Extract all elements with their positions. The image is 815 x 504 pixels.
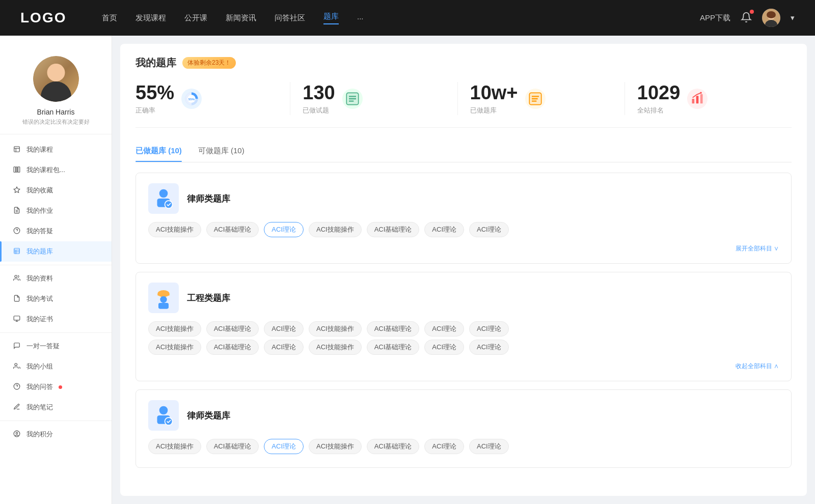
- stat-questions-done: 130 已做试题: [290, 82, 457, 115]
- bank-card-1-tags: ACI技能操作 ACI基础理论 ACI理论 ACI技能操作 ACI基础理论 AC…: [148, 222, 779, 240]
- user-name: Brian Harris: [37, 108, 75, 116]
- my-questions-icon: [12, 383, 21, 391]
- sidebar-item-my-questions[interactable]: 我的问答: [0, 377, 112, 397]
- nav-open-course[interactable]: 公开课: [184, 13, 207, 23]
- nav-more[interactable]: ···: [357, 14, 364, 22]
- svg-point-42: [700, 92, 702, 94]
- bank-card-3-header: 律师类题库: [148, 400, 779, 431]
- tag-2-1[interactable]: ACI基础理论: [206, 321, 259, 337]
- stat-site-rank-value: 1029: [637, 82, 681, 104]
- tag-2-5[interactable]: ACI理论: [424, 321, 464, 337]
- svg-rect-7: [18, 166, 20, 172]
- sidebar-item-my-qa[interactable]: 我的答疑: [0, 221, 112, 241]
- sidebar-item-my-exam[interactable]: 我的考试: [0, 289, 112, 309]
- tag-1-0[interactable]: ACI技能操作: [148, 222, 201, 237]
- svg-point-48: [160, 296, 167, 303]
- bank-card-1-header: 律师类题库: [148, 183, 779, 214]
- tag-1-6[interactable]: ACI理论: [469, 222, 509, 237]
- lawyer-icon-2: [148, 400, 179, 431]
- tag-3-3[interactable]: ACI技能操作: [309, 439, 362, 454]
- stat-questions-done-value: 130: [303, 82, 335, 104]
- notification-bell[interactable]: [741, 12, 752, 24]
- stat-questions-done-label: 已做试题: [303, 106, 335, 115]
- tag-2-13[interactable]: ACI理论: [469, 340, 509, 355]
- tag-2-6[interactable]: ACI理论: [469, 321, 509, 337]
- nav-news[interactable]: 新闻资讯: [226, 13, 256, 23]
- sidebar-item-question-bank[interactable]: 我的题库: [0, 241, 112, 262]
- sidebar-item-one-on-one[interactable]: 一对一答疑: [0, 336, 112, 356]
- app-download-btn[interactable]: APP下载: [700, 13, 730, 23]
- svg-point-17: [15, 275, 17, 277]
- sidebar-item-my-courses[interactable]: 我的课程: [0, 139, 112, 160]
- nav-question-bank[interactable]: 题库: [323, 12, 339, 24]
- nav-discover[interactable]: 发现课程: [135, 13, 166, 23]
- svg-point-46: [157, 290, 169, 297]
- homework-icon: [12, 207, 21, 215]
- sidebar-item-homework[interactable]: 我的作业: [0, 201, 112, 221]
- stat-correct-rate-value: 55%: [135, 82, 174, 104]
- sidebar-item-my-data[interactable]: 我的资料: [0, 268, 112, 289]
- tag-2-8[interactable]: ACI基础理论: [206, 340, 259, 355]
- my-courses-label: 我的课程: [26, 145, 53, 154]
- sidebar-divider-2: [0, 332, 112, 333]
- my-exam-label: 我的考试: [26, 294, 53, 303]
- svg-rect-13: [14, 248, 20, 254]
- sidebar-menu: 我的课程 我的课程包... 我的收藏 我的作业: [0, 139, 112, 444]
- tag-2-2[interactable]: ACI理论: [264, 321, 304, 337]
- tag-2-7[interactable]: ACI技能操作: [148, 340, 201, 355]
- tag-3-0[interactable]: ACI技能操作: [148, 439, 201, 454]
- tag-3-4[interactable]: ACI基础理论: [367, 439, 420, 454]
- stat-banks-done: 10w+ 已做题库: [458, 82, 625, 115]
- certificate-label: 我的证书: [26, 315, 53, 324]
- sidebar-divider-1: [0, 265, 112, 265]
- nav-home[interactable]: 首页: [102, 13, 117, 23]
- stat-banks-done-label: 已做题库: [470, 106, 518, 115]
- user-avatar-nav[interactable]: [762, 9, 780, 27]
- tag-1-1[interactable]: ACI基础理论: [206, 222, 259, 237]
- tag-1-3[interactable]: ACI技能操作: [309, 222, 362, 237]
- tag-3-2[interactable]: ACI理论: [264, 439, 304, 454]
- tag-2-12[interactable]: ACI理论: [424, 340, 464, 355]
- sidebar-item-course-package[interactable]: 我的课程包...: [0, 160, 112, 180]
- bank-card-3-title: 律师类题库: [187, 410, 230, 422]
- bank-card-1-title: 律师类题库: [187, 193, 230, 205]
- my-points-icon: [12, 430, 21, 439]
- stat-correct-rate-icon: 55%: [181, 89, 202, 109]
- sidebar-item-certificate[interactable]: 我的证书: [0, 309, 112, 329]
- sidebar-item-my-points[interactable]: 我的积分: [0, 424, 112, 444]
- sidebar-item-notes[interactable]: 我的笔记: [0, 397, 112, 417]
- notes-icon: [12, 403, 21, 412]
- stat-banks-done-value: 10w+: [470, 82, 518, 104]
- my-group-label: 我的小组: [26, 362, 53, 371]
- tag-3-6[interactable]: ACI理论: [469, 439, 509, 454]
- stat-correct-rate: 55% 正确率 55%: [135, 82, 290, 115]
- collapse-link-2[interactable]: 收起全部科目 ∧: [148, 362, 779, 371]
- tag-2-0[interactable]: ACI技能操作: [148, 321, 201, 337]
- svg-marker-8: [14, 187, 20, 192]
- navbar-right: APP下载 ▾: [700, 9, 795, 27]
- logo: LOGO: [20, 10, 71, 26]
- user-dropdown-arrow[interactable]: ▾: [791, 13, 795, 22]
- expand-link-1[interactable]: 展开全部科目 ∨: [148, 244, 779, 253]
- tag-3-5[interactable]: ACI理论: [424, 439, 464, 454]
- tag-2-4[interactable]: ACI基础理论: [367, 321, 420, 337]
- tag-2-9[interactable]: ACI理论: [264, 340, 304, 355]
- svg-text:55%: 55%: [188, 97, 195, 101]
- tag-1-4[interactable]: ACI基础理论: [367, 222, 420, 237]
- tag-2-3[interactable]: ACI技能操作: [309, 321, 362, 337]
- my-qa-icon: [12, 227, 21, 236]
- tag-2-11[interactable]: ACI基础理论: [367, 340, 420, 355]
- engineer-icon: [148, 283, 179, 313]
- nav-qa[interactable]: 问答社区: [275, 13, 305, 23]
- bank-card-2-header: 工程类题库: [148, 283, 779, 313]
- tag-1-5[interactable]: ACI理论: [424, 222, 464, 237]
- one-on-one-label: 一对一答疑: [26, 342, 60, 351]
- tag-1-2[interactable]: ACI理论: [264, 222, 304, 237]
- tab-available-banks[interactable]: 可做题库 (10): [198, 142, 244, 162]
- my-points-label: 我的积分: [26, 430, 53, 439]
- tag-3-1[interactable]: ACI基础理论: [206, 439, 259, 454]
- tab-done-banks[interactable]: 已做题库 (10): [135, 142, 182, 162]
- tag-2-10[interactable]: ACI技能操作: [309, 340, 362, 355]
- sidebar-item-favorites[interactable]: 我的收藏: [0, 180, 112, 201]
- sidebar-item-my-group[interactable]: 我的小组: [0, 356, 112, 377]
